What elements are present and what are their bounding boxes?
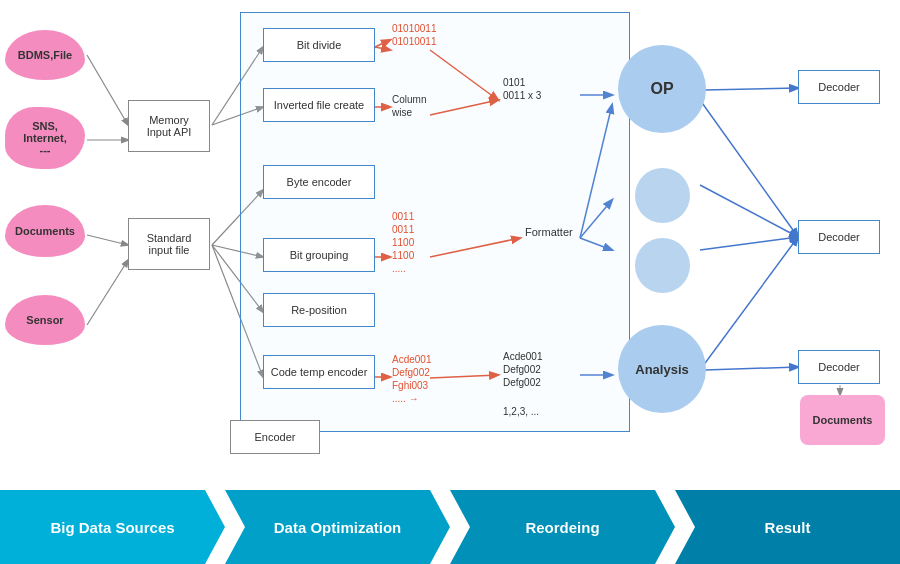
bottom-data-optimization: Data Optimization <box>225 490 450 564</box>
bit-grouping-box: Bit grouping <box>263 238 375 272</box>
svg-line-26 <box>700 237 798 250</box>
svg-line-25 <box>700 185 798 237</box>
mid2-circle <box>635 238 690 293</box>
inverted-file-create-box: Inverted file create <box>263 88 375 122</box>
decoder2-box: Decoder <box>798 220 880 254</box>
decoder1-box: Decoder <box>798 70 880 104</box>
bottom-big-data-sources: Big Data Sources <box>0 490 225 564</box>
data-01010011: 0101001101010011 <box>392 22 437 48</box>
svg-line-29 <box>700 237 798 370</box>
op-circle: OP <box>618 45 706 133</box>
analysis-circle: Analysis <box>618 325 706 413</box>
bit-divide-box: Bit divide <box>263 28 375 62</box>
blob-documents: Documents <box>5 205 85 257</box>
data-123: 1,2,3, ... <box>503 405 539 418</box>
bottom-reordeing: Reordeing <box>450 490 675 564</box>
diagram: BDMS,File SNS, Internet, --- Documents S… <box>0 0 900 490</box>
mid1-circle <box>635 168 690 223</box>
documents-right-blob: Documents <box>800 395 885 445</box>
memory-input-api: Memory Input API <box>128 100 210 152</box>
svg-line-27 <box>705 367 798 370</box>
byte-encoder-box: Byte encoder <box>263 165 375 199</box>
blob-sns: SNS, Internet, --- <box>5 107 85 169</box>
code-temp-encoder-box: Code temp encoder <box>263 355 375 389</box>
svg-line-2 <box>87 235 128 245</box>
svg-line-0 <box>87 55 128 125</box>
standard-input-file: Standard input file <box>128 218 210 270</box>
blob-sensor: Sensor <box>5 295 85 345</box>
data-0011: 0011001111001100..... <box>392 210 414 275</box>
svg-line-3 <box>87 260 128 325</box>
data-acde-right: Acde001Defg002Defg002 <box>503 350 542 389</box>
decoder3-box: Decoder <box>798 350 880 384</box>
encoder-box: Encoder <box>230 420 320 454</box>
blob-bdms: BDMS,File <box>5 30 85 80</box>
data-column-wise: Columnwise <box>392 93 426 119</box>
data-formatter: Formatter <box>525 225 573 239</box>
bottom-bar: Big Data Sources Data Optimization Reord… <box>0 490 900 564</box>
data-0101: 01010011 x 3 <box>503 76 541 102</box>
svg-line-24 <box>705 88 798 90</box>
data-acde: Acde001Defg002Fghi003..... → <box>392 353 431 405</box>
svg-line-28 <box>700 100 798 237</box>
bottom-result: Result <box>675 490 900 564</box>
reposition-box: Re-position <box>263 293 375 327</box>
